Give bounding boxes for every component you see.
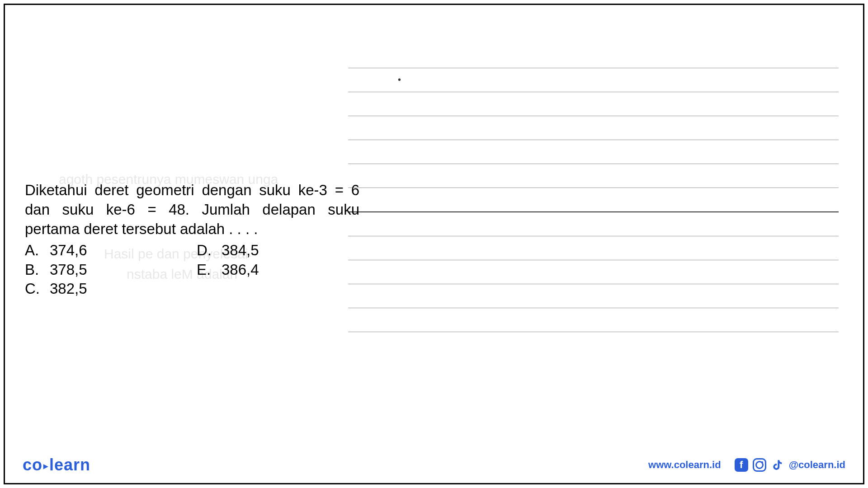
colearn-logo: co▸learn	[23, 455, 90, 474]
writing-line	[348, 332, 839, 332]
writing-line	[348, 140, 839, 140]
option-d[interactable]: D. 384,5	[197, 241, 368, 260]
option-letter-a: A.	[25, 241, 50, 260]
option-value-d: 384,5	[222, 241, 368, 260]
instagram-icon[interactable]	[753, 458, 766, 472]
writing-line	[348, 308, 839, 308]
option-letter-e: E.	[197, 260, 222, 280]
option-letter-c: C.	[25, 279, 50, 299]
option-b[interactable]: B. 378,5	[25, 260, 197, 280]
option-row-2: B. 378,5 E. 386,4	[25, 260, 359, 280]
writing-line	[348, 236, 839, 236]
option-row-1: A. 374,6 D. 384,5	[25, 241, 359, 260]
option-letter-b: B.	[25, 260, 50, 280]
writing-line	[348, 68, 839, 68]
facebook-icon[interactable]: f	[735, 458, 748, 472]
footer: co▸learn www.colearn.id f @colearn.id	[23, 455, 845, 474]
writing-line	[348, 164, 839, 164]
option-e[interactable]: E. 386,4	[197, 260, 368, 280]
option-c[interactable]: C. 382,5	[25, 279, 197, 299]
website-url[interactable]: www.colearn.id	[648, 459, 721, 471]
option-value-b: 378,5	[50, 260, 197, 280]
logo-arrow-icon: ▸	[43, 461, 48, 471]
option-value-c: 382,5	[50, 279, 197, 299]
question-text: Diketahui deret geometri dengan suku ke-…	[25, 181, 359, 239]
option-a[interactable]: A. 374,6	[25, 241, 197, 260]
writing-lines-area	[348, 68, 839, 356]
writing-line	[348, 188, 839, 188]
writing-line-bold	[348, 211, 839, 212]
footer-right: www.colearn.id f @colearn.id	[648, 458, 845, 472]
writing-line	[348, 116, 839, 116]
option-value-e: 386,4	[222, 260, 368, 280]
option-letter-d: D.	[197, 241, 222, 260]
social-handle[interactable]: @colearn.id	[789, 459, 845, 471]
writing-line	[348, 260, 839, 260]
logo-learn: learn	[49, 455, 90, 474]
option-row-3: C. 382,5	[25, 279, 359, 299]
writing-line	[348, 92, 839, 92]
question-block: Diketahui deret geometri dengan suku ke-…	[25, 181, 359, 299]
social-icons: f @colearn.id	[735, 458, 845, 472]
tiktok-icon[interactable]	[771, 458, 784, 472]
content-area: • agoth pesentrunya mumeswan unga Hasil …	[14, 14, 854, 443]
option-value-a: 374,6	[50, 241, 197, 260]
writing-line	[348, 284, 839, 284]
logo-co: co	[23, 455, 42, 474]
